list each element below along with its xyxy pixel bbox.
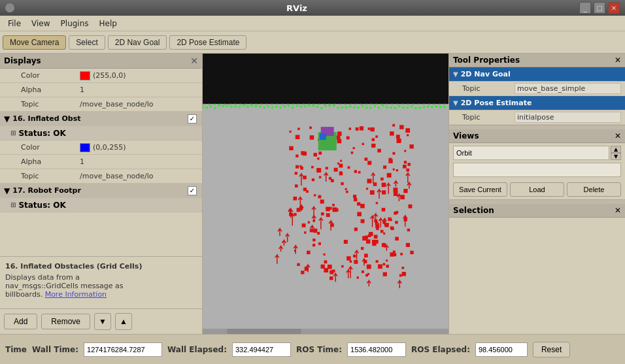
nav-goal-expand-icon: ▼ [453,71,458,78]
color-value[interactable]: (255,0,0) [80,71,202,80]
section-16-checkbox[interactable]: ✓ [188,114,197,124]
alpha-value: 1 [80,86,202,94]
minimize-button[interactable]: _ [579,2,591,14]
pose-estimate-expand-icon: ▼ [453,99,458,107]
views-spinner: ▲ ▼ [611,146,621,160]
tool-properties-title: Tool Properties [453,56,520,65]
color-label-2: Color [21,143,80,152]
delete-button[interactable]: Delete [567,182,621,197]
table-row: Alpha 1 [0,83,202,97]
displays-header: Displays ✕ [0,54,202,69]
3d-viewport[interactable] [203,54,448,334]
nav-goal-topic-value[interactable]: move_base_simple [515,83,621,94]
menu-file[interactable]: File [3,18,26,29]
select-button[interactable]: Select [69,35,105,50]
menu-help[interactable]: Help [94,18,122,29]
wall-elapsed-label: Wall Elapsed: [167,345,227,354]
up-arrow-button[interactable]: ▲ [115,313,132,330]
topic-label-2: Topic [21,172,80,180]
selection-title: Selection [453,206,494,215]
status-label-2: Status: OK [18,201,65,210]
close-button[interactable]: ✕ [608,2,620,14]
more-info-link[interactable]: More Information [45,290,107,299]
spinner-up[interactable]: ▲ [611,146,621,153]
wall-time-label: Wall Time: [32,345,78,354]
selection-content [449,218,625,257]
wall-elapsed-input[interactable] [232,342,291,357]
window-controls: _ □ ✕ [579,2,620,14]
section-17-toggle[interactable]: ▼ [4,186,10,195]
description-title: 16. Inflated Obstacles (Grid Cells) [5,262,197,271]
reset-button[interactable]: Reset [533,342,570,357]
section-17-checkbox[interactable]: ✓ [188,186,197,195]
color-swatch-blue [80,143,90,152]
nav-goal-section-header[interactable]: ▼ 2D Nav Goal [449,67,625,82]
down-arrow-button[interactable]: ▼ [94,313,111,330]
table-row: Color (0,0,255) [0,141,202,155]
toolbar: Move Camera Select 2D Nav Goal 2D Pose E… [0,31,625,54]
status-ok-17: ⊞ Status: OK [0,198,202,212]
nav-goal-button[interactable]: 2D Nav Goal [108,35,167,50]
section-16-title: 16. Inflated Obst [12,114,188,123]
menu-plugins[interactable]: Plugins [56,18,94,29]
tool-properties-close[interactable]: ✕ [615,56,621,65]
spinner-down[interactable]: ▼ [611,153,621,160]
display-action-buttons: Add Remove ▼ ▲ [0,308,202,334]
status-ok-16: ⊞ Status: OK [0,126,202,141]
viewport-panel[interactable] [203,54,448,334]
views-action-buttons: Save Current Load Delete [449,180,625,199]
window-title: RViz [14,3,579,13]
maximize-button[interactable]: □ [594,2,605,14]
pose-estimate-section-header[interactable]: ▼ 2D Pose Estimate [449,96,625,110]
save-current-button[interactable]: Save Current [453,182,507,197]
topic-value[interactable]: /move_base_node/lo [80,100,202,108]
ros-time-input[interactable] [347,342,406,357]
color-swatch-red [80,71,90,80]
displays-panel: Displays ✕ Color (255,0,0) Alpha 1 Topic… [0,54,203,334]
alpha-label: Alpha [21,86,80,94]
wall-time-input[interactable] [84,342,162,357]
section-16-toggle[interactable]: ▼ [4,114,10,124]
menu-view[interactable]: View [26,18,55,29]
description-box: 16. Inflated Obstacles (Grid Cells) Disp… [0,256,202,308]
add-button[interactable]: Add [4,314,37,329]
ros-time-label: ROS Time: [296,345,342,354]
section-16-header[interactable]: ▼ 16. Inflated Obst ✓ [0,112,202,126]
status-expand-icon-2: ⊞ [10,201,16,208]
ros-elapsed-label: ROS Elapsed: [411,345,470,354]
pose-estimate-topic-row: Topic initialpose [449,110,625,125]
pose-estimate-topic-value[interactable]: initialpose [515,112,621,123]
table-row: Alpha 1 [0,155,202,169]
right-panel: Tool Properties ✕ ▼ 2D Nav Goal Topic mo… [448,54,625,334]
views-title: Views [453,131,479,141]
titlebar: RViz _ □ ✕ [0,0,625,16]
table-row: Topic /move_base_node/lo [0,97,202,112]
views-header: Views ✕ [449,129,625,143]
pose-estimate-button[interactable]: 2D Pose Estimate [169,35,246,50]
section-17-title: 17. Robot Footpr [12,186,188,195]
nav-goal-title: 2D Nav Goal [461,70,511,78]
table-row: Topic /move_base_node/lo [0,169,202,184]
views-name-input[interactable] [453,163,621,177]
views-select-row: Orbit FPS ThirdPerson TopDown ▲ ▼ [449,143,625,163]
selection-header: Selection ✕ [449,204,625,218]
displays-tree[interactable]: Color (255,0,0) Alpha 1 Topic /move_base… [0,69,202,256]
remove-button[interactable]: Remove [41,314,90,329]
section-17-header[interactable]: ▼ 17. Robot Footpr ✓ [0,184,202,198]
status-label: Status: OK [18,129,65,138]
topic-value-2[interactable]: /move_base_node/lo [80,172,202,180]
views-dropdown[interactable]: Orbit FPS ThirdPerson TopDown [453,146,609,160]
statusbar: Time Wall Time: Wall Elapsed: ROS Time: … [0,334,625,364]
load-button[interactable]: Load [510,182,564,197]
move-camera-button[interactable]: Move Camera [3,35,66,50]
menubar: File View Plugins Help [0,16,625,31]
time-label: Time [5,345,27,354]
displays-close-icon[interactable]: ✕ [190,56,198,66]
pose-estimate-title: 2D Pose Estimate [461,99,532,107]
color-value-2[interactable]: (0,0,255) [80,143,202,152]
color-label: Color [21,71,80,80]
ros-elapsed-input[interactable] [475,342,528,357]
nav-goal-topic-label: Topic [462,84,515,93]
selection-close[interactable]: ✕ [615,206,621,215]
views-close[interactable]: ✕ [615,131,621,141]
